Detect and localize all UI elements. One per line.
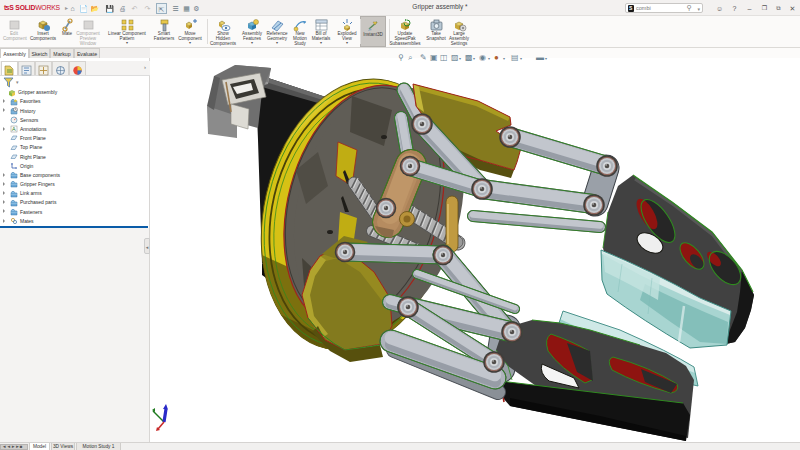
svg-text:A: A	[12, 126, 16, 132]
